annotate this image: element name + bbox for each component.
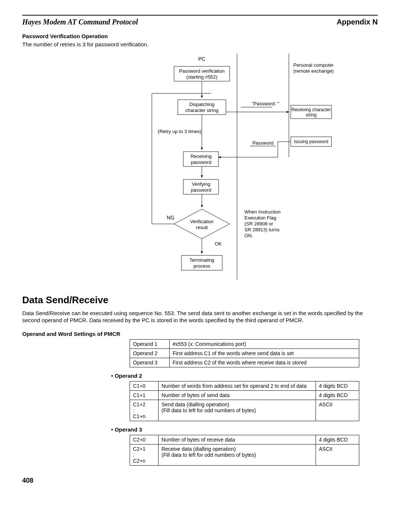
cell: Send data (dialling operation) (Fill dat…	[159, 400, 316, 421]
cell: C1+1	[130, 390, 159, 400]
start-l1: Password verification	[179, 68, 225, 74]
tables-block: Operand 1 #x553 (x: Communications port)…	[111, 339, 378, 466]
table-row: Operand 3 First address C2 of the words …	[130, 358, 359, 367]
pwd-prompt: "Password: "	[252, 101, 279, 106]
cell: C2+0	[130, 435, 159, 444]
cell: ASCII	[316, 444, 359, 465]
cell: 4 digits BCD	[316, 390, 359, 400]
dsr-op-title: Operand and Word Settings of PMCR	[22, 331, 378, 337]
flow-diagram: PC Password verification (starting #552)…	[22, 53, 378, 283]
pwd-title: Password Verification Operation	[22, 33, 378, 39]
cell: #x553 (x: Communications port)	[170, 339, 359, 348]
pwd-word: Password	[252, 140, 273, 146]
cell: Operand 2	[130, 348, 170, 358]
recv-l2: password	[191, 159, 211, 165]
verif-l1: Verification	[190, 219, 214, 224]
ok-label: OK	[215, 241, 222, 247]
table-row: Operand 1 #x553 (x: Communications port)	[130, 339, 359, 348]
cell: ASCII	[316, 400, 359, 421]
cell: Receive data (dialling operation) (Fill …	[159, 444, 316, 465]
table-row: C1+2 : C1+n Send data (dialling operatio…	[130, 400, 359, 421]
issue-pwd: Issuing password	[294, 139, 329, 144]
table-row: C2+0 Number of bytes of receive data 4 d…	[130, 435, 359, 444]
cell: Number of bytes of send data	[159, 390, 316, 400]
cell: 4 digits BCD	[316, 381, 359, 390]
verif-l2: result	[196, 225, 208, 230]
remote-l2: (remote exchange)	[293, 68, 333, 74]
cell: First address C1 of the words where send…	[170, 348, 359, 358]
start-l2: (starting #552)	[186, 74, 217, 80]
remote-l1: Personal computer	[293, 62, 333, 68]
page-number: 408	[22, 477, 378, 485]
header-left: Hayes Modem AT Command Protocol	[22, 18, 138, 26]
note-l1: When Instruction	[244, 209, 281, 215]
table-row: C2+1 : C2+n Receive data (dialling opera…	[130, 444, 359, 465]
cell: Operand 1	[130, 339, 170, 348]
recvchar-l1: Receiving character	[291, 107, 331, 112]
dispatch-l1: Dispatching	[189, 102, 214, 107]
cell: Number of words from address set for ope…	[159, 381, 316, 390]
pwd-body: The number of retries is 3 for password …	[22, 41, 378, 48]
note-l2: Execution Flag	[244, 215, 276, 221]
cell: Operand 3	[130, 358, 170, 367]
dispatch-l2: character string	[185, 108, 219, 113]
op3-title: • Operand 3	[111, 426, 378, 433]
table-row: C1+1 Number of bytes of send data 4 digi…	[130, 390, 359, 400]
note-l5: ON.	[244, 233, 253, 238]
cell: Number of bytes of receive data	[159, 435, 316, 444]
header-right: Appendix N	[337, 18, 378, 26]
op2-title: • Operand 2	[111, 373, 378, 379]
retry-text: (Retry up to 3 times)	[158, 129, 201, 134]
pc-label: PC	[198, 56, 205, 62]
recvchar-l2: string	[306, 112, 316, 118]
dsr-body: Data Send/Receive can be executed using …	[22, 310, 378, 324]
verify-l1: Verifying	[192, 181, 210, 187]
cell: First address C2 of the words where rece…	[170, 358, 359, 367]
cell: C1+2 : C1+n	[130, 400, 159, 421]
op2-table: C1+0 Number of words from address set fo…	[130, 381, 359, 421]
dsr-title: Data Send/Receive	[22, 294, 378, 306]
note-l3: (SR 28908 or	[244, 221, 273, 227]
recv-l1: Receiving	[190, 153, 211, 159]
verify-l2: password	[191, 187, 211, 193]
cell: C1+0	[130, 381, 159, 390]
term-l1: Terminating	[189, 257, 214, 263]
term-l2: process	[193, 263, 210, 269]
note-l4: SR 28913) turns	[244, 227, 280, 232]
op3-table: C2+0 Number of bytes of receive data 4 d…	[130, 435, 359, 466]
page-header: Hayes Modem AT Command Protocol Appendix…	[22, 15, 378, 26]
table-row: Operand 2 First address C1 of the words …	[130, 348, 359, 358]
cell: C2+1 : C2+n	[130, 444, 159, 465]
ng-label: NG	[167, 215, 174, 221]
operand-table: Operand 1 #x553 (x: Communications port)…	[130, 339, 359, 367]
table-row: C1+0 Number of words from address set fo…	[130, 381, 359, 390]
cell: 4 digits BCD	[316, 435, 359, 444]
